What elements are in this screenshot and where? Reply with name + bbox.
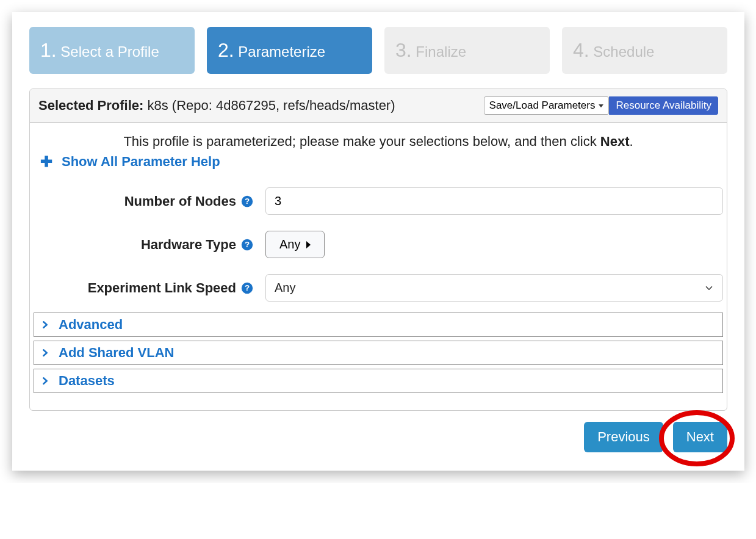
step-number: 1. <box>40 39 57 61</box>
selected-profile: Selected Profile: k8s (Repo: 4d867295, r… <box>38 98 395 114</box>
previous-button[interactable]: Previous <box>584 422 663 452</box>
show-help-label: Show All Parameter Help <box>62 154 220 170</box>
parameter-panel: Selected Profile: k8s (Repo: 4d867295, r… <box>29 89 727 411</box>
next-button[interactable]: Next <box>673 422 727 452</box>
step-number: 3. <box>395 39 412 61</box>
intro-text: This profile is parameterized; please ma… <box>34 134 723 150</box>
show-all-parameter-help[interactable]: ✚ Show All Parameter Help <box>34 152 723 183</box>
link-speed-select[interactable]: Any <box>265 274 723 302</box>
help-icon[interactable]: ? <box>241 282 253 294</box>
help-icon[interactable]: ? <box>241 195 253 208</box>
selected-profile-value: k8s (Repo: 4d867295, refs/heads/master) <box>148 98 395 113</box>
label-number-of-nodes: Number of Nodes ? <box>34 194 253 209</box>
number-of-nodes-input[interactable] <box>265 187 723 215</box>
link-speed-value: Any <box>275 281 295 294</box>
resource-availability-button[interactable]: Resource Availability <box>609 96 718 115</box>
step-label: Select a Profile <box>60 43 159 60</box>
svg-text:?: ? <box>245 197 250 206</box>
step-finalize: 3. Finalize <box>384 27 550 74</box>
save-load-parameters-button[interactable]: Save/Load Parameters <box>484 96 610 115</box>
next-button-highlight: Next <box>673 422 727 452</box>
step-label: Parameterize <box>238 43 325 60</box>
step-parameterize[interactable]: 2. Parameterize <box>207 27 372 74</box>
step-number: 2. <box>218 39 234 61</box>
label-link-speed: Experiment Link Speed ? <box>34 280 253 296</box>
selected-profile-label: Selected Profile: <box>38 98 143 113</box>
group-label: Add Shared VLAN <box>59 345 174 361</box>
intro-c: . <box>629 134 633 149</box>
panel-body: This profile is parameterized; please ma… <box>30 123 727 410</box>
wizard-steps: 1. Select a Profile 2. Parameterize 3. F… <box>29 27 727 74</box>
intro-a: This profile is parameterized; please ma… <box>123 134 600 149</box>
step-schedule: 4. Schedule <box>562 27 727 74</box>
chevron-right-icon <box>40 320 50 330</box>
row-link-speed: Experiment Link Speed ? Any <box>34 274 723 302</box>
label-text: Hardware Type <box>141 237 236 253</box>
hardware-type-dropdown[interactable]: Any <box>265 231 325 258</box>
caret-down-icon <box>599 104 603 107</box>
group-advanced[interactable]: Advanced <box>34 313 723 337</box>
help-icon[interactable]: ? <box>241 239 253 251</box>
save-load-label: Save/Load Parameters <box>489 99 596 112</box>
row-number-of-nodes: Number of Nodes ? <box>34 187 723 215</box>
svg-text:?: ? <box>245 240 250 249</box>
wizard-button-row: Previous Next <box>29 422 727 452</box>
chevron-right-icon <box>40 376 50 386</box>
label-text: Number of Nodes <box>124 194 236 209</box>
step-select-profile[interactable]: 1. Select a Profile <box>29 27 195 74</box>
triangle-right-icon <box>306 241 311 248</box>
group-add-shared-vlan[interactable]: Add Shared VLAN <box>34 341 723 365</box>
group-label: Advanced <box>59 317 123 333</box>
svg-text:?: ? <box>245 283 250 292</box>
plus-icon: ✚ <box>40 153 53 170</box>
wizard-page: 1. Select a Profile 2. Parameterize 3. F… <box>12 12 744 471</box>
group-datasets[interactable]: Datasets <box>34 369 723 393</box>
label-hardware-type: Hardware Type ? <box>34 237 253 253</box>
link-speed-select-wrap: Any <box>265 274 723 302</box>
panel-header: Selected Profile: k8s (Repo: 4d867295, r… <box>30 89 727 123</box>
hardware-type-value: Any <box>279 237 300 251</box>
step-number: 4. <box>573 39 589 61</box>
step-label: Finalize <box>416 43 466 60</box>
label-text: Experiment Link Speed <box>88 280 236 296</box>
step-label: Schedule <box>593 43 654 60</box>
chevron-right-icon <box>40 348 50 358</box>
row-hardware-type: Hardware Type ? Any <box>34 231 723 258</box>
intro-next-word: Next <box>600 134 630 149</box>
group-label: Datasets <box>59 373 115 389</box>
